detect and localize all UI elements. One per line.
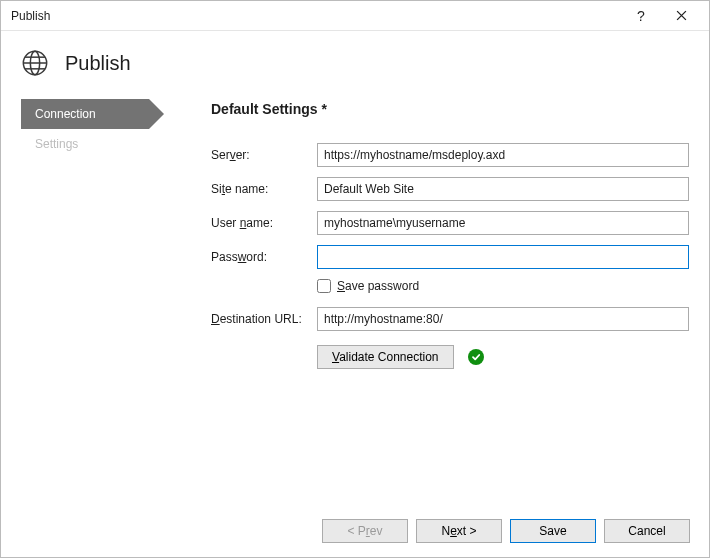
- password-label: Password:: [211, 250, 317, 264]
- tab-settings[interactable]: Settings: [21, 129, 181, 159]
- check-icon: [471, 352, 481, 362]
- password-input[interactable]: [317, 245, 689, 269]
- main-panel: Default Settings * Server: Site name: Us…: [181, 99, 689, 379]
- header: Publish: [1, 31, 709, 99]
- site-label: Site name:: [211, 182, 317, 196]
- destination-input[interactable]: [317, 307, 689, 331]
- close-icon: [676, 10, 687, 21]
- save-password-checkbox[interactable]: [317, 279, 331, 293]
- footer: < Prev Next > Save Cancel: [0, 504, 710, 558]
- help-button[interactable]: ?: [621, 2, 661, 30]
- tab-connection[interactable]: Connection: [21, 99, 149, 129]
- section-title: Default Settings *: [211, 101, 689, 117]
- server-input[interactable]: [317, 143, 689, 167]
- destination-label: Destination URL:: [211, 312, 317, 326]
- tab-label: Connection: [35, 107, 96, 121]
- user-label: User name:: [211, 216, 317, 230]
- server-label: Server:: [211, 148, 317, 162]
- cancel-button[interactable]: Cancel: [604, 519, 690, 543]
- page-title: Publish: [65, 52, 131, 75]
- save-button[interactable]: Save: [510, 519, 596, 543]
- tab-label: Settings: [35, 137, 78, 151]
- user-input[interactable]: [317, 211, 689, 235]
- next-button[interactable]: Next >: [416, 519, 502, 543]
- sidebar: Connection Settings: [21, 99, 181, 379]
- titlebar: Publish ?: [1, 1, 709, 31]
- close-button[interactable]: [661, 2, 701, 30]
- window-title: Publish: [11, 9, 621, 23]
- globe-icon: [21, 49, 49, 77]
- validate-connection-button[interactable]: Validate Connection: [317, 345, 454, 369]
- save-password-label: Save password: [337, 279, 419, 293]
- validation-ok-icon: [468, 349, 484, 365]
- site-input[interactable]: [317, 177, 689, 201]
- prev-button: < Prev: [322, 519, 408, 543]
